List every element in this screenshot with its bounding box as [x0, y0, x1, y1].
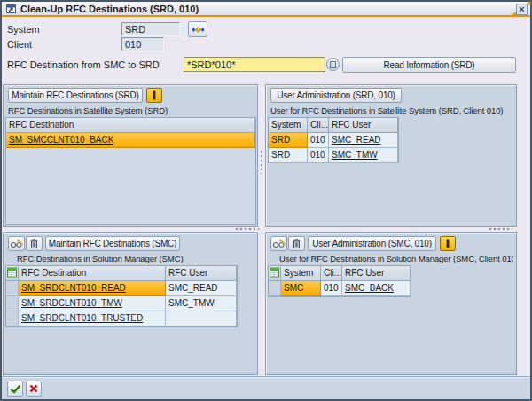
confirm-button[interactable]	[7, 381, 23, 397]
rfc-user-cell[interactable]: SMC_READ	[166, 281, 237, 296]
table-row[interactable]: SMC 010 SMC_BACK	[269, 281, 411, 296]
rfc-destination-input[interactable]	[184, 57, 325, 72]
user-admin-smc-button[interactable]: User Administration (SMC, 010)	[308, 236, 436, 251]
column-header-client[interactable]: Cli...	[321, 266, 342, 281]
green-check-icon	[10, 384, 21, 394]
panel-satellite-users: User Administration (SRD, 010) User for …	[265, 84, 517, 227]
maintain-rfc-srd-button[interactable]: Maintain RFC Destinations (SRD)	[8, 88, 143, 103]
panel-solman-users: User Administration (SMC, 010) User for …	[265, 232, 517, 375]
panel-title: User for RFC Destinations in Solution Ma…	[279, 254, 513, 263]
display-change-icon	[10, 239, 23, 248]
red-x-icon	[29, 384, 38, 393]
column-header-system[interactable]: System	[269, 118, 308, 133]
panel-title: RFC Destinations in Satellite System (SR…	[8, 106, 254, 115]
client-cell[interactable]: 010	[308, 148, 329, 163]
panel-title: RFC Destinations in Solution Manager (SM…	[17, 254, 254, 263]
client-label: Client	[7, 39, 32, 50]
close-icon	[519, 6, 525, 12]
trash-icon	[30, 239, 38, 248]
client-cell[interactable]: 010	[321, 281, 342, 296]
dialog-window: Clean-Up RFC Destinations (SRD, 010) Sys…	[0, 0, 532, 401]
close-button[interactable]	[516, 4, 528, 15]
satellite-users-table: System Cli... RFC User SRD 010 SMC_READ …	[268, 117, 399, 163]
column-header-system[interactable]: System	[281, 266, 321, 281]
value-help-icon	[330, 61, 336, 68]
column-header-client[interactable]: Cli...	[308, 118, 329, 133]
table-row[interactable]: SRD 010 SMC_TMW	[269, 148, 398, 163]
client-cell[interactable]: 010	[308, 133, 329, 148]
delete-button[interactable]	[26, 236, 43, 251]
trash-icon	[293, 239, 301, 248]
read-information-button[interactable]: Read Information (SRD)	[342, 57, 516, 73]
horizontal-splitter-grip[interactable]	[489, 228, 512, 230]
panel-title: User for RFC Destinations in Satellite S…	[270, 106, 513, 115]
panel-satellite-destinations: Maintain RFC Destinations (SRD) RFC Dest…	[3, 84, 258, 227]
system-cell[interactable]: SMC	[281, 281, 321, 296]
table-row[interactable]: SM_SRDCLNT010_TRUSTED	[6, 311, 237, 326]
column-header-rfc-user[interactable]: RFC User	[329, 118, 398, 133]
rfc-user-cell[interactable]: SMC_TMW	[166, 296, 237, 311]
system-label: System	[7, 24, 40, 35]
system-field: SRD	[121, 22, 180, 36]
column-header-rfc-user[interactable]: RFC User	[342, 266, 411, 281]
rfc-destination-link[interactable]: SM_SMCCLNT010_BACK	[6, 133, 255, 148]
table-row[interactable]: SM_SRDCLNT010_READ SMC_READ	[6, 281, 237, 296]
rfc-user-cell[interactable]	[166, 311, 237, 326]
solman-destinations-table: RFC Destination RFC User SM_SRDCLNT010_R…	[5, 265, 238, 327]
table-row[interactable]: SM_SRDCLNT010_TMW SMC_TMW	[6, 296, 237, 311]
system-cell[interactable]: SRD	[269, 148, 308, 163]
solman-users-table: System Cli... RFC User SMC 010 SMC_BACK	[268, 265, 411, 297]
select-all-header[interactable]	[269, 266, 281, 281]
rfc-destination-link[interactable]: SM_SRDCLNT010_READ	[19, 281, 166, 296]
display-change-button[interactable]	[8, 236, 25, 251]
rfc-destination-link[interactable]: SM_SRDCLNT010_TRUSTED	[19, 311, 166, 326]
satellite-destinations-table: RFC Destination SM_SMCCLNT010_BACK	[5, 117, 256, 225]
value-help-button[interactable]	[326, 58, 340, 71]
select-all-header[interactable]	[6, 266, 19, 281]
row-select-cell[interactable]	[6, 296, 19, 311]
window-title: Clean-Up RFC Destinations (SRD, 010)	[20, 4, 199, 14]
other-system-button[interactable]	[188, 21, 207, 37]
rfc-destination-label: RFC Destination from SMC to SRD	[7, 59, 160, 70]
panel-solman-destinations: Maintain RFC Destinations (SMC) RFC Dest…	[3, 232, 258, 375]
display-change-button[interactable]	[270, 236, 287, 251]
rfc-destination-link[interactable]: SM_SRDCLNT010_TMW	[19, 296, 166, 311]
column-header-rfc-destination[interactable]: RFC Destination	[6, 118, 255, 133]
titlebar: Clean-Up RFC Destinations (SRD, 010)	[2, 2, 530, 17]
maintain-rfc-smc-button[interactable]: Maintain RFC Destinations (SMC)	[45, 236, 180, 251]
row-select-cell[interactable]	[6, 311, 19, 326]
cancel-button[interactable]	[26, 381, 42, 397]
dialog-icon	[5, 4, 17, 14]
display-change-icon	[272, 239, 286, 248]
row-select-cell[interactable]	[269, 281, 281, 296]
client-field: 010	[121, 37, 164, 51]
legend-icon	[444, 239, 451, 248]
table-row[interactable]: SM_SMCCLNT010_BACK	[6, 133, 255, 148]
legend-button[interactable]	[440, 236, 456, 251]
row-select-cell[interactable]	[6, 281, 19, 296]
transfer-arrows-icon	[192, 25, 205, 35]
legend-icon	[151, 90, 158, 100]
column-header-rfc-destination[interactable]: RFC Destination	[19, 266, 166, 281]
rfc-user-link[interactable]: SMC_TMW	[329, 148, 398, 163]
rfc-user-link[interactable]: SMC_BACK	[342, 281, 411, 296]
column-header-rfc-user[interactable]: RFC User	[166, 266, 237, 281]
delete-button[interactable]	[288, 236, 305, 251]
vertical-splitter-grip[interactable]	[261, 151, 262, 174]
rfc-user-link[interactable]: SMC_READ	[329, 133, 398, 148]
legend-button[interactable]	[146, 88, 162, 103]
table-select-icon	[7, 267, 17, 278]
horizontal-splitter-grip[interactable]	[236, 228, 259, 230]
table-select-icon	[270, 267, 279, 278]
user-admin-srd-button[interactable]: User Administration (SRD, 010)	[270, 88, 402, 103]
system-cell[interactable]: SRD	[269, 133, 308, 148]
table-row[interactable]: SRD 010 SMC_READ	[269, 133, 398, 148]
footer-bar	[2, 376, 530, 399]
